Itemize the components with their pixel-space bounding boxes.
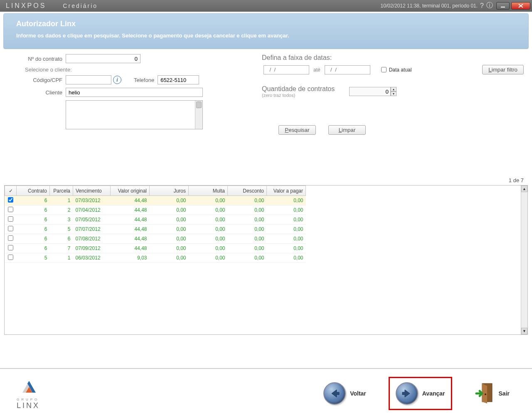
search-button[interactable]: Pesquisar [278,125,316,135]
row-checkbox[interactable] [8,255,13,260]
logo-text-bottom: LINX [17,401,62,410]
table-row[interactable]: 6207/04/201244,480,000,000,000,00 [5,205,306,215]
date-section-label: Defina a faixa de datas: [262,54,524,62]
qty-sublabel: (zero traz todos) [262,93,345,98]
exit-button[interactable]: Sair [469,378,515,409]
contract-input[interactable] [66,54,140,63]
qty-input[interactable] [349,87,391,96]
contract-label: Nº do contrato [12,56,62,62]
date-from-input[interactable] [264,65,309,74]
module-name: Crediário [63,2,98,9]
svg-rect-0 [501,7,505,7]
col-vencimento[interactable]: Vencimento [73,186,111,196]
exit-label: Sair [499,390,510,397]
row-checkbox[interactable] [8,197,13,203]
row-checkbox[interactable] [8,226,13,231]
client-label: Cliente [12,89,62,96]
row-checkbox[interactable] [8,245,13,250]
qty-spin-down[interactable]: ▼ [391,92,397,96]
minimize-button[interactable] [496,2,510,10]
listbox-scrollbar[interactable] [195,101,202,129]
app-brand: LINXPOS [6,2,46,10]
footer: GRUPO LINX Voltar Avançar [0,368,532,418]
status-text: 10/02/2012 11:38, terminal 001, período … [381,3,478,9]
exit-door-icon [475,382,495,405]
clear-button[interactable]: Limpar [328,125,366,135]
client-info-icon[interactable]: i [113,76,121,84]
col-valor-original[interactable]: Valor original [111,186,150,196]
banner: Autorizador Linx Informe os dados e cliq… [3,13,529,49]
table-row[interactable]: 6707/09/201244,480,000,000,000,00 [5,244,306,253]
col-contrato[interactable]: Contrato [17,186,50,196]
date-to-input[interactable] [325,65,370,74]
phone-input[interactable] [158,75,199,84]
grid-scroll-up[interactable]: ▲ [521,186,527,192]
help-icon[interactable]: ? [480,2,484,10]
logo-text-top: GRUPO [17,398,62,401]
pager-text: 1 de 7 [0,176,532,185]
col-multa[interactable]: Multa [189,186,228,196]
back-button[interactable]: Voltar [318,378,372,409]
back-label: Voltar [350,390,366,397]
grid-scrollbar[interactable]: ▲ ▼ [521,186,527,334]
table-row[interactable]: 6507/07/201244,480,000,000,000,00 [5,225,306,234]
current-date-checkbox[interactable] [381,67,387,72]
client-input[interactable] [66,88,203,97]
table-row[interactable]: 6307/05/201244,480,000,000,000,00 [5,215,306,225]
info-icon[interactable]: ⓘ [486,1,493,10]
ate-label: até [313,67,320,73]
row-checkbox[interactable] [8,207,13,212]
banner-title: Autorizador Linx [16,20,516,28]
col-valor-pagar[interactable]: Valor a pagar [267,186,306,196]
col-parcela[interactable]: Parcela [50,186,73,196]
row-checkbox[interactable] [8,216,13,222]
clear-filter-text: impar filtro [492,67,517,73]
select-client-label: Selecione o cliente: [25,67,245,73]
table-row[interactable]: 5106/03/20129,030,000,000,000,00 [5,253,306,263]
company-logo: GRUPO LINX [17,377,62,410]
client-listbox[interactable] [66,100,203,129]
code-input[interactable] [66,75,111,84]
titlebar: LINXPOS Crediário 10/02/2012 11:38, term… [0,0,532,12]
arrow-right-icon [396,382,418,405]
qty-label: Quantidade de contratos [262,85,345,93]
col-desconto[interactable]: Desconto [228,186,267,196]
next-label: Avançar [422,390,445,397]
svg-point-3 [485,393,486,395]
phone-label: Telefone [134,77,154,83]
code-label: Código/CPF [12,77,62,83]
col-check[interactable]: ✓ [5,186,17,196]
table-row[interactable]: 6607/08/201244,480,000,000,000,00 [5,234,306,244]
close-button[interactable] [511,2,530,10]
col-juros[interactable]: Juros [150,186,189,196]
grid-scroll-down[interactable]: ▼ [521,328,527,334]
banner-subtitle: Informe os dados e clique em pesquisar. … [16,32,516,39]
qty-spin-up[interactable]: ▲ [391,87,397,92]
table-row[interactable]: 6107/03/201244,480,000,000,000,00 [5,196,306,205]
grid: ✓ Contrato Parcela Vencimento Valor orig… [4,185,528,335]
row-checkbox[interactable] [8,235,13,241]
clear-filter-button[interactable]: Limpar filtro [482,65,524,74]
arrow-left-icon [323,382,346,405]
current-date-label: Data atual [389,67,412,73]
next-button[interactable]: Avançar [389,377,452,410]
